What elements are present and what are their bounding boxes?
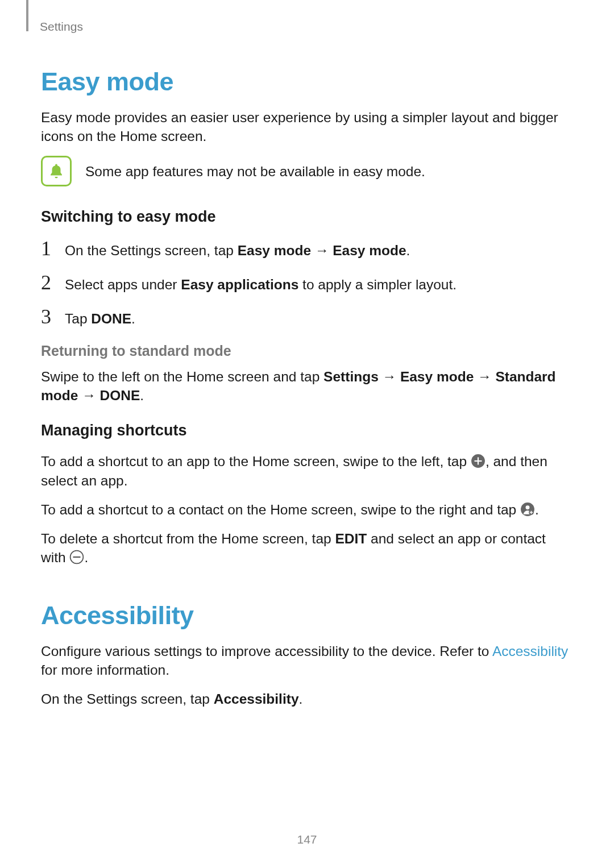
minus-circle-icon [69,550,84,564]
subheading-managing-shortcuts: Managing shortcuts [41,422,573,439]
note-icon-box [41,156,72,186]
easy-mode-intro: Easy mode provides an easier user experi… [41,108,573,146]
note-text: Some app features may not be available i… [85,162,425,181]
breadcrumb: Settings [40,20,83,34]
shortcut-add-contact: To add a shortcut to a contact on the Ho… [41,500,573,519]
step-1: 1 On the Settings screen, tap Easy mode … [41,238,573,260]
step-3-text: Tap DONE. [65,309,135,328]
bell-icon [48,163,65,180]
svg-rect-9 [73,556,81,558]
step-2-text: Select apps under Easy applications to a… [65,275,457,294]
accessibility-link[interactable]: Accessibility [492,643,568,659]
subheading-switching: Switching to easy mode [41,208,573,226]
header-tab-marker [26,0,28,31]
note-callout: Some app features may not be available i… [41,156,573,186]
subheading-returning: Returning to standard mode [41,343,573,359]
shortcut-delete: To delete a shortcut from the Home scree… [41,529,573,567]
step-numeral: 1 [41,238,56,259]
accessibility-instruction: On the Settings screen, tap Accessibilit… [41,690,573,708]
accessibility-intro: Configure various settings to improve ac… [41,642,573,679]
step-numeral: 3 [41,306,56,327]
section-title-accessibility: Accessibility [41,601,573,630]
shortcut-add-app: To add a shortcut to an app to the Home … [41,452,573,489]
svg-rect-7 [530,512,533,513]
page-content: Easy mode Easy mode provides an easier u… [0,0,614,708]
step-2: 2 Select apps under Easy applications to… [41,272,573,294]
returning-paragraph: Swipe to the left on the Home screen and… [41,367,573,405]
section-title-easy-mode: Easy mode [41,67,573,97]
svg-rect-2 [474,460,482,462]
plus-circle-icon [471,454,486,468]
step-1-text: On the Settings screen, tap Easy mode → … [65,241,410,260]
step-numeral: 2 [41,272,56,293]
add-contact-icon [520,502,535,517]
steps-list: 1 On the Settings screen, tap Easy mode … [41,238,573,328]
page-number: 147 [0,833,614,846]
step-3: 3 Tap DONE. [41,306,573,328]
svg-point-4 [526,505,530,509]
